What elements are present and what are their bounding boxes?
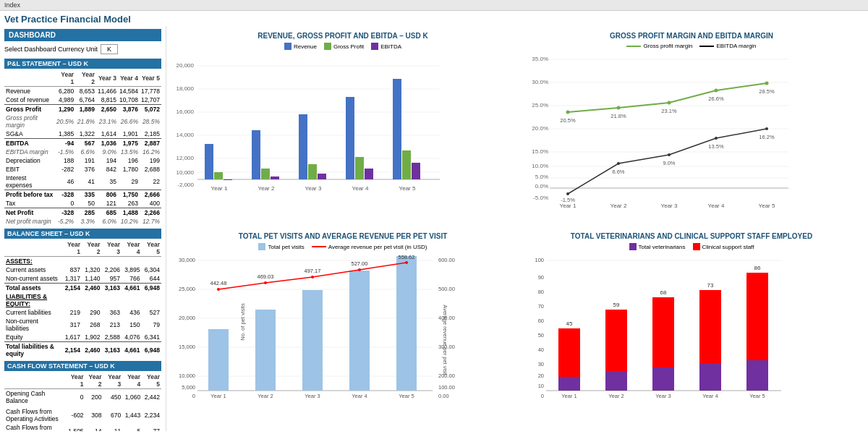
svg-rect-26 xyxy=(402,150,411,179)
svg-text:600.00: 600.00 xyxy=(438,257,455,263)
svg-text:Year 1: Year 1 xyxy=(210,393,226,399)
svg-text:5,000: 5,000 xyxy=(182,384,195,391)
svg-text:40: 40 xyxy=(538,346,544,353)
revenue-chart: REVENUE, GROSS PROFIT AND EBITDA – USD K… xyxy=(169,29,516,228)
svg-text:18,000: 18,000 xyxy=(176,85,195,92)
svg-rect-19 xyxy=(299,114,307,179)
svg-point-59 xyxy=(765,127,768,130)
svg-text:80: 80 xyxy=(538,289,544,295)
svg-rect-22 xyxy=(346,97,354,179)
staff-svg: 100 90 80 70 60 50 40 30 20 10 xyxy=(521,253,788,398)
svg-text:28.5%: 28.5% xyxy=(759,88,775,95)
svg-text:20: 20 xyxy=(538,373,544,379)
svg-point-103 xyxy=(311,276,314,278)
svg-point-54 xyxy=(765,82,769,85)
svg-text:16,000: 16,000 xyxy=(176,109,195,115)
svg-rect-16 xyxy=(252,130,260,179)
svg-rect-134 xyxy=(605,310,627,371)
svg-text:35.0%: 35.0% xyxy=(532,56,548,62)
svg-rect-133 xyxy=(605,371,627,391)
svg-text:Year 5: Year 5 xyxy=(399,393,414,399)
svg-text:26.6%: 26.6% xyxy=(708,95,724,102)
svg-text:Year 3: Year 3 xyxy=(655,393,671,399)
svg-rect-21 xyxy=(318,174,326,179)
svg-rect-15 xyxy=(224,179,232,180)
pet-visits-chart-title: TOTAL PET VISITS AND AVERAGE REVENUE PER… xyxy=(172,232,514,240)
svg-text:Year 4: Year 4 xyxy=(352,393,367,399)
svg-point-52 xyxy=(668,101,671,105)
svg-text:Year 4: Year 4 xyxy=(702,393,718,399)
svg-point-51 xyxy=(617,106,621,110)
svg-text:68: 68 xyxy=(660,289,667,296)
staff-chart-title: TOTAL VETERINARIANS AND CLINICAL SUPPORT… xyxy=(521,232,862,240)
svg-text:469.03: 469.03 xyxy=(258,273,274,280)
svg-text:10.0%: 10.0% xyxy=(532,163,548,169)
svg-rect-136 xyxy=(652,367,674,391)
svg-rect-140 xyxy=(699,290,721,363)
svg-text:6.6%: 6.6% xyxy=(612,169,624,175)
pnl-header: P&L STATEMENT – USD K xyxy=(4,59,161,69)
svg-text:100: 100 xyxy=(535,257,544,263)
svg-text:Year 1: Year 1 xyxy=(561,393,576,399)
svg-text:Year 3: Year 3 xyxy=(661,203,678,209)
main-title: Vet Practice Financial Model xyxy=(0,11,868,26)
svg-text:13.5%: 13.5% xyxy=(708,143,724,150)
svg-text:10,000: 10,000 xyxy=(176,169,195,176)
svg-text:442.48: 442.48 xyxy=(210,280,227,286)
svg-point-57 xyxy=(668,153,671,156)
svg-text:16.2%: 16.2% xyxy=(759,134,775,140)
svg-rect-13 xyxy=(205,144,213,179)
cashflow-table: Year 1Year 2Year 3Year 4Year 5 Opening C… xyxy=(4,373,161,431)
svg-rect-20 xyxy=(308,164,317,179)
svg-text:50: 50 xyxy=(538,332,544,339)
svg-text:14,000: 14,000 xyxy=(176,132,195,138)
margin-chart: GROSS PROFIT MARGIN AND EBITDA MARGIN Gr… xyxy=(518,29,865,228)
svg-text:Year 2: Year 2 xyxy=(608,393,624,399)
currency-label: Select Dashboard Currency Unit xyxy=(4,46,98,53)
margin-svg: 35.0% 30.0% 25.0% 20.0% 15.0% 10.0% 5.0%… xyxy=(521,52,788,197)
top-bar: Index xyxy=(0,0,868,11)
svg-text:Year 3: Year 3 xyxy=(305,393,320,399)
svg-text:Year 4: Year 4 xyxy=(352,185,369,192)
svg-point-56 xyxy=(617,162,620,165)
svg-text:Year 3: Year 3 xyxy=(305,185,322,192)
svg-point-53 xyxy=(715,89,718,93)
balance-sheet-table: Year 1Year 2Year 3Year 4Year 5 ASSETS: C… xyxy=(4,240,161,358)
svg-text:70: 70 xyxy=(538,303,544,310)
svg-point-58 xyxy=(715,137,718,140)
revenue-svg: 20,000 18,000 16,000 14,000 12,000 10,00… xyxy=(172,53,440,197)
svg-text:20,000: 20,000 xyxy=(176,62,195,69)
svg-text:500.00: 500.00 xyxy=(438,286,455,292)
svg-rect-100 xyxy=(396,256,417,391)
svg-rect-99 xyxy=(349,271,370,391)
svg-text:558.62: 558.62 xyxy=(399,254,415,260)
svg-text:45: 45 xyxy=(566,320,573,327)
svg-text:Average revenue per pet visit: Average revenue per pet visit xyxy=(442,305,448,375)
svg-rect-131 xyxy=(558,328,580,377)
currency-value: K xyxy=(101,44,118,54)
revenue-chart-title: REVENUE, GROSS PROFIT AND EBITDA – USD K xyxy=(172,32,514,40)
svg-text:Year 4: Year 4 xyxy=(708,203,725,209)
svg-text:59: 59 xyxy=(613,302,620,308)
svg-text:9.0%: 9.0% xyxy=(663,160,675,166)
svg-rect-23 xyxy=(355,157,364,179)
svg-rect-130 xyxy=(558,377,580,391)
left-panel: DASHBOARD Select Dashboard Currency Unit… xyxy=(0,26,166,431)
svg-text:100.00: 100.00 xyxy=(438,384,455,391)
margin-chart-title: GROSS PROFIT MARGIN AND EBITDA MARGIN xyxy=(521,32,862,40)
svg-point-55 xyxy=(566,192,569,195)
svg-text:Year 1: Year 1 xyxy=(211,185,228,192)
svg-text:20,000: 20,000 xyxy=(179,315,195,321)
dashboard-header: DASHBOARD xyxy=(4,29,161,41)
staff-chart: TOTAL VETERINARIANS AND CLINICAL SUPPORT… xyxy=(518,229,865,428)
svg-rect-137 xyxy=(652,297,674,367)
svg-text:30.0%: 30.0% xyxy=(532,79,548,85)
svg-text:Year 5: Year 5 xyxy=(749,393,765,399)
svg-text:Year 2: Year 2 xyxy=(258,185,275,192)
svg-rect-18 xyxy=(271,176,279,179)
svg-rect-143 xyxy=(746,273,768,360)
svg-point-104 xyxy=(358,268,361,271)
svg-rect-139 xyxy=(699,363,721,391)
svg-text:15.0%: 15.0% xyxy=(532,148,548,155)
svg-text:0.00: 0.00 xyxy=(438,393,449,399)
